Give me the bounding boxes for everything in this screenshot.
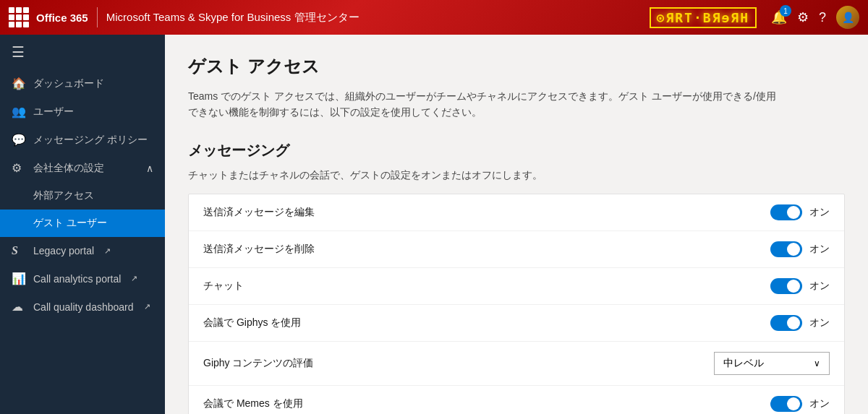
sidebar-item-label: Call analytics portal: [33, 273, 121, 285]
waffle-menu[interactable]: [9, 7, 29, 27]
toggle-label-chat: オン: [809, 280, 830, 293]
sidebar-item-legacy-portal[interactable]: S Legacy portal ↗: [0, 237, 165, 264]
settings-card: 送信済メッセージを編集 オン 送信済メッセージを削除 オン チャット: [188, 194, 845, 414]
sidebar-item-guest-user[interactable]: ゲスト ユーザー: [0, 210, 165, 237]
header-title: Microsoft Teams & Skype for Business 管理セ…: [106, 11, 650, 25]
gear-icon: ⚙: [12, 161, 26, 175]
toggle-label-edit-sent: オン: [809, 206, 830, 219]
sidebar-item-org-settings-left: ⚙ 会社全体の設定: [12, 161, 104, 175]
header-icons: 🔔 1 ⚙ ? 👤: [771, 6, 859, 29]
setting-label-memes: 会議で Memes を使用: [203, 397, 303, 410]
toggle-label-memes: オン: [809, 397, 830, 410]
home-icon: 🏠: [12, 77, 26, 90]
toggle-label-delete-sent: オン: [809, 243, 830, 256]
app-header: Office 365 Microsoft Teams & Skype for B…: [0, 0, 868, 35]
setting-row-chat: チャット オン: [189, 268, 844, 305]
toggle-giphy[interactable]: [770, 315, 802, 331]
setting-row-edit-sent: 送信済メッセージを編集 オン: [189, 194, 844, 231]
chat-icon: 💬: [12, 133, 26, 147]
toggle-wrapper-chat: オン: [770, 278, 830, 294]
setting-label-edit-sent: 送信済メッセージを編集: [203, 206, 315, 219]
cloud-icon: ☁: [12, 300, 26, 314]
toggle-wrapper-memes: オン: [770, 396, 830, 412]
toggle-chat[interactable]: [770, 278, 802, 294]
chart-icon: 📊: [12, 272, 26, 285]
setting-row-giphy-rating: Giphy コンテンツの評価 中レベル ∨: [189, 342, 844, 386]
brand-logo: ⊙ЯRT·BЯɘЯH: [650, 7, 757, 28]
user-avatar[interactable]: 👤: [836, 6, 859, 29]
sidebar-item-external-access[interactable]: 外部アクセス: [0, 182, 165, 210]
setting-row-delete-sent: 送信済メッセージを削除 オン: [189, 231, 844, 268]
sidebar-item-dashboard[interactable]: 🏠 ダッシュボード: [0, 69, 165, 98]
sidebar-sub-item-label: 外部アクセス: [33, 189, 94, 202]
sidebar-item-call-analytics[interactable]: 📊 Call analytics portal ↗: [0, 264, 165, 293]
help-icon[interactable]: ?: [819, 10, 826, 25]
skype-icon: S: [12, 244, 26, 257]
chevron-down-icon: ∨: [814, 358, 820, 368]
office365-label: Office 365: [36, 12, 88, 24]
toggle-wrapper-edit-sent: オン: [770, 204, 830, 220]
sidebar-item-messaging-policy[interactable]: 💬 メッセージング ポリシー: [0, 126, 165, 154]
sidebar-item-label: ダッシュボード: [33, 77, 104, 90]
chevron-up-icon: ∧: [146, 163, 153, 174]
app-layout: ☰ 🏠 ダッシュボード 👥 ユーザー 💬 メッセージング ポリシー ⚙ 会社全体…: [0, 35, 868, 414]
setting-label-giphy: 会議で Giphys を使用: [203, 316, 301, 329]
section-title-messaging: メッセージング: [188, 141, 845, 160]
sidebar-toggle[interactable]: ☰: [0, 35, 165, 69]
toggle-wrapper-giphy: オン: [770, 315, 830, 331]
main-content: ゲスト アクセス Teams でのゲスト アクセスでは、組織外のユーザーがチーム…: [165, 35, 868, 414]
page-description: Teams でのゲスト アクセスでは、組織外のユーザーがチームやチャネルにアクセ…: [188, 88, 781, 121]
sidebar-item-label: メッセージング ポリシー: [33, 134, 148, 147]
users-icon: 👥: [12, 105, 26, 118]
setting-label-giphy-rating: Giphy コンテンツの評価: [203, 357, 313, 370]
sidebar-item-users[interactable]: 👥 ユーザー: [0, 98, 165, 126]
notification-badge: 1: [780, 5, 791, 17]
setting-row-giphy: 会議で Giphys を使用 オン: [189, 305, 844, 342]
sidebar: ☰ 🏠 ダッシュボード 👥 ユーザー 💬 メッセージング ポリシー ⚙ 会社全体…: [0, 35, 165, 414]
toggle-memes[interactable]: [770, 396, 802, 412]
sidebar-item-label: Legacy portal: [33, 245, 94, 256]
toggle-delete-sent[interactable]: [770, 241, 802, 257]
setting-row-memes: 会議で Memes を使用 オン: [189, 386, 844, 414]
external-link-icon: ↗: [144, 302, 150, 311]
sidebar-item-label: Call quality dashboard: [33, 301, 134, 313]
sidebar-sub-item-label: ゲスト ユーザー: [33, 217, 107, 230]
header-divider: [97, 7, 98, 27]
sidebar-item-org-settings[interactable]: ⚙ 会社全体の設定 ∧: [0, 154, 165, 182]
toggle-wrapper-delete-sent: オン: [770, 241, 830, 257]
page-title: ゲスト アクセス: [188, 55, 845, 78]
external-link-icon: ↗: [131, 274, 137, 283]
settings-icon[interactable]: ⚙: [797, 9, 809, 25]
setting-label-chat: チャット: [203, 280, 244, 293]
sidebar-item-label: 会社全体の設定: [33, 162, 104, 175]
sidebar-item-call-quality[interactable]: ☁ Call quality dashboard ↗: [0, 293, 165, 321]
sidebar-item-label: ユーザー: [33, 105, 74, 118]
toggle-label-giphy: オン: [809, 316, 830, 329]
setting-label-delete-sent: 送信済メッセージを削除: [203, 243, 315, 256]
giphy-rating-dropdown[interactable]: 中レベル ∨: [714, 352, 830, 375]
notifications-icon[interactable]: 🔔 1: [771, 9, 787, 25]
toggle-edit-sent[interactable]: [770, 204, 802, 220]
section-subtitle: チャットまたはチャネルの会話で、ゲストの設定をオンまたはオフにします。: [188, 169, 845, 182]
giphy-rating-value: 中レベル: [723, 357, 764, 370]
external-link-icon: ↗: [104, 246, 111, 256]
